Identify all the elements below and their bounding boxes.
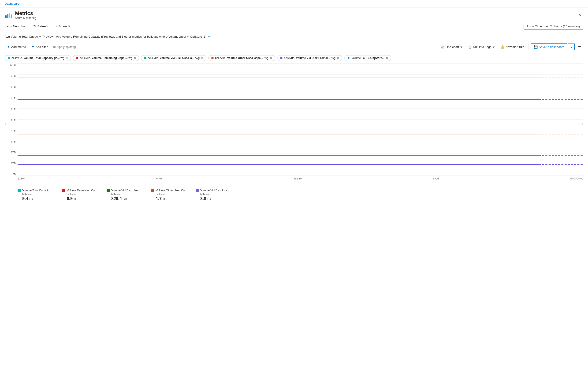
tag-filter: ▼ Volume La... = ObjStore... ✕ [344,55,391,61]
apply-splitting-button[interactable]: ⊞ Apply splitting [51,44,78,50]
new-alert-rule-label: New alert rule [505,45,524,49]
y-label-5tb: 5TB [11,118,16,121]
add-filter-label: Add filter [36,45,47,49]
chart-area: ‹ › 10TB 9TB 8TB 7TB 6TB 5TB 4TB 3TB 2TB… [5,63,583,185]
y-label-4tb: 4TB [11,129,16,132]
add-metric-label: Add metric [11,45,26,49]
header-left: Metrics Azure Monitoring [5,10,36,20]
svg-rect-2 [9,13,10,18]
filter-tag-icon: ▼ [347,56,350,60]
legend-area: Volume Total Capacit... bellevue 9.4 TB … [5,185,583,204]
top-bar: Dashboard › [0,0,588,7]
refresh-button[interactable]: ↻ Refresh [32,23,50,29]
tag-remaining-capacity-label: bellevue, Volume Remaining Capa... Avg [80,56,132,60]
drill-into-logs-label: Drill into Logs [473,45,491,49]
chart-title-bar: Avg Volume Total Capacity (Preview), Avg… [5,31,583,41]
tag-dot-green [144,57,147,59]
legend-total-capacity: Volume Total Capacit... bellevue 9.4 TB [18,189,55,201]
new-chart-button[interactable]: ＋ + New chart [5,23,28,29]
refresh-label: Refresh [38,25,48,28]
svg-rect-0 [5,16,7,18]
legend-other-used-value: 1.7 TB [151,196,189,201]
toolbar-right: Local Time: Last 24 hours (15 minutes) [524,23,583,30]
y-label-7tb: 7TB [11,96,16,99]
breadcrumb[interactable]: Dashboard › [5,2,21,5]
toolbar-left: ＋ + New chart ↻ Refresh ↗ Share ∨ [5,23,72,29]
legend-vm-disk-used-title: Volume VM Disk Used ... [111,189,143,192]
apply-splitting-label: Apply splitting [57,45,76,49]
new-alert-rule-button[interactable]: 🔔 New alert rule [498,44,527,50]
y-label-6tb: 6TB [11,107,16,110]
tag-other-used-remove[interactable]: ✕ [270,56,272,60]
legend-vm-disk-used-header: Volume VM Disk Used ... [106,189,144,192]
close-button[interactable]: ✕ [576,11,583,19]
page-title: Metrics [15,10,36,16]
x-axis: 12 PM 6 PM Tue 10 6 AM UTC+08:00 [18,176,583,185]
tag-dot-purple [280,57,283,59]
alert-icon: 🔔 [501,45,504,49]
share-button[interactable]: ↗ Share ∨ [53,24,72,29]
edit-icon[interactable]: ✏ [208,35,210,38]
legend-other-used: Volume Other Used Ca... bellevue 1.7 TB [151,189,189,201]
legend-vm-disk-used-color [106,189,110,192]
page-subtitle: Azure Monitoring [15,16,36,20]
tag-dot-orange [211,57,214,59]
add-filter-button[interactable]: ▼ Add filter [29,44,50,50]
filter-tag-label: Volume La... = ObjStore... [351,56,384,60]
x-label-6pm: 6 PM [156,177,162,180]
add-metric-icon: ✦ [7,45,10,49]
save-to-dashboard-button[interactable]: 💾 Save to dashboard [531,43,567,50]
chart-container: Avg Volume Total Capacity (Preview), Avg… [0,31,588,204]
legend-other-used-title: Volume Other Used Ca... [156,189,187,192]
line-chart-button[interactable]: 📈 Line chart ∨ [438,44,465,50]
tag-vm-disk-prov-remove[interactable]: ✕ [337,56,339,60]
legend-total-capacity-title: Volume Total Capacit... [22,189,51,192]
svg-rect-3 [11,15,12,18]
chart-nav-right-button[interactable]: › [582,121,583,127]
tag-vm-disk-prov: bellevue, Volume VM Disk Provisi... Avg … [277,55,342,61]
new-chart-label: + New chart [10,25,27,28]
tag-total-capacity-label: bellevue, Volume Total Capacity (P... Av… [11,56,64,60]
tag-filter-remove[interactable]: ✕ [386,56,388,60]
y-label-1tb: 1TB [11,162,16,165]
more-options-button[interactable]: ••• [576,43,583,50]
tag-vm-disk-prov-label: bellevue, Volume VM Disk Provisi... Avg [284,56,336,60]
share-icon: ↗ [55,25,57,28]
drill-logs-icon: 📋 [468,45,472,49]
legend-remaining-capacity: Volume Remaining Cap... bellevue 6.9 TB [62,189,100,201]
page-header: Metrics Azure Monitoring ✕ [0,7,588,21]
add-metric-button[interactable]: ✦ Add metric [5,43,28,50]
legend-remaining-capacity-title: Volume Remaining Cap... [67,189,99,192]
chart-nav-left-button[interactable]: ‹ [5,121,6,127]
legend-vm-disk-prov-title: Volume VM Disk Provi... [200,189,231,192]
legend-remaining-capacity-color [62,189,65,192]
share-label: Share [59,25,67,28]
legend-other-used-header: Volume Other Used Ca... [151,189,189,192]
tag-remaining-capacity-remove[interactable]: ✕ [134,56,136,60]
drill-logs-chevron: ∨ [493,45,495,49]
save-to-dashboard-label: Save to dashboard [539,45,564,49]
y-label-2tb: 2TB [11,151,16,154]
refresh-icon: ↻ [33,24,36,29]
time-range-button[interactable]: Local Time: Last 24 hours (15 minutes) [524,23,583,30]
x-label-utc: UTC+08:00 [570,177,583,180]
tag-total-capacity-remove[interactable]: ✕ [65,56,68,60]
line-chart-icon: 📈 [441,45,444,49]
legend-remaining-capacity-sub: bellevue [62,193,100,196]
tag-total-capacity: bellevue, Volume Total Capacity (P... Av… [5,55,71,61]
tags-row: bellevue, Volume Total Capacity (P... Av… [5,53,583,63]
tag-other-used: bellevue, Volume Other Used Capa... Avg … [208,55,275,61]
tag-remaining-capacity: bellevue, Volume Remaining Capa... Avg ✕ [73,55,139,61]
legend-remaining-capacity-header: Volume Remaining Cap... [62,189,100,192]
y-label-3tb: 3TB [11,140,16,143]
plus-icon: ＋ [6,24,9,29]
toolbar-divider [528,44,529,50]
drill-into-logs-button[interactable]: 📋 Drill into Logs ∨ [466,44,497,50]
chart-title-text: Avg Volume Total Capacity (Preview), Avg… [5,35,206,38]
split-icon: ⊞ [53,45,56,49]
line-chart-chevron: ∨ [460,45,462,49]
save-dashboard-chevron-button[interactable]: ∨ [568,43,575,50]
tag-vm-disk-used-remove[interactable]: ✕ [201,56,203,60]
breadcrumb-label: Dashboard [5,2,20,5]
tag-vm-disk-used: bellevue, Volume VM Disk Used C... Avg ✕ [141,55,207,61]
